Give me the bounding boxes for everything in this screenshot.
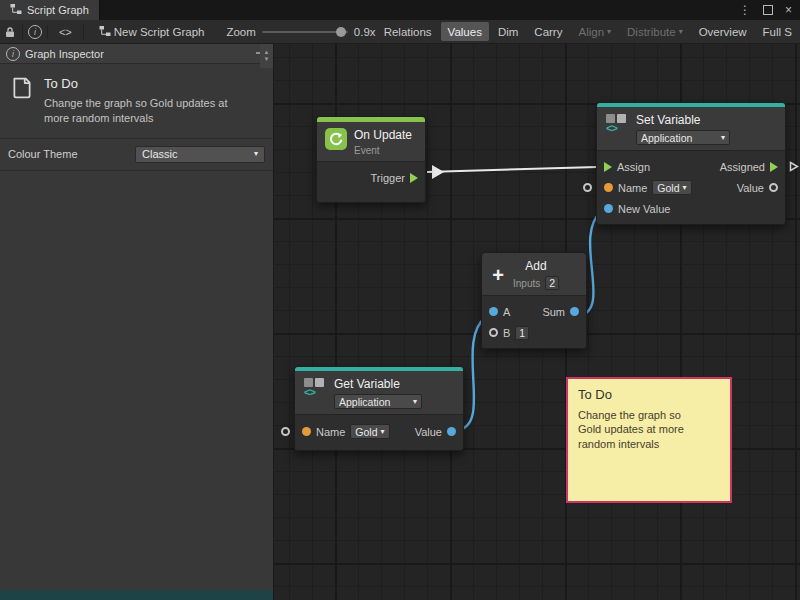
sum-port[interactable]	[570, 307, 579, 316]
colour-theme-row: Colour Theme Classic ▾	[0, 139, 273, 171]
main-area: i Graph Inspector ▲ ▼ To Do Change the g…	[0, 44, 800, 600]
node-get-variable[interactable]: <> Get Variable Application ▾ Name Gold	[294, 366, 464, 451]
sticky-note-text: Change the graph so Gold updates at more…	[578, 408, 720, 451]
colour-theme-dropdown[interactable]: Classic ▾	[135, 146, 265, 163]
dim-button[interactable]: Dim	[491, 22, 525, 41]
todo-section: To Do Change the graph so Gold updates a…	[0, 64, 273, 139]
values-button[interactable]: Values	[441, 22, 489, 41]
info-icon[interactable]: i	[25, 20, 45, 43]
b-port-label: B	[503, 327, 510, 339]
name-dropdown[interactable]: Gold ▾	[652, 180, 691, 195]
inputs-label: Inputs	[513, 278, 540, 289]
sticky-note[interactable]: To Do Change the graph so Gold updates a…	[566, 377, 732, 503]
value-port-label: Value	[737, 182, 764, 194]
node-on-update[interactable]: On Update Event Trigger	[316, 116, 426, 203]
zoom-slider[interactable]	[262, 31, 348, 33]
value-port-label: Value	[415, 426, 442, 438]
fullscreen-button[interactable]: Full S	[756, 22, 799, 41]
inspector-title: Graph Inspector	[25, 48, 104, 60]
chevron-down-icon: ▾	[721, 134, 725, 142]
add-icon: +	[490, 266, 506, 284]
relations-button[interactable]: Relations	[377, 22, 439, 41]
chevron-down-icon: ▾	[254, 150, 258, 158]
variable-scope-dropdown[interactable]: Application ▾	[334, 394, 422, 409]
chevron-down-icon: ▾	[683, 184, 687, 192]
b-value-field[interactable]: 1	[515, 326, 529, 340]
wire-trigger-assign[interactable]	[427, 167, 597, 172]
window-tab-bar: Script Graph ⋮ ×	[0, 0, 800, 20]
node-title: Set Variable	[636, 113, 730, 127]
name-port-label: Name	[618, 182, 647, 194]
a-port-label: A	[503, 306, 510, 318]
name-port[interactable]	[302, 427, 311, 436]
graph-icon	[99, 25, 111, 39]
graph-canvas[interactable]: On Update Event Trigger <>	[274, 44, 800, 600]
new-script-graph-button[interactable]: New Script Graph	[92, 22, 212, 41]
trigger-port-label: Trigger	[371, 172, 405, 184]
node-add[interactable]: + Add Inputs 2 A Sum	[481, 252, 587, 349]
toolbar-separator	[83, 25, 84, 39]
toolbar-right-buttons: Relations Values Dim Carry Align ▾ Distr…	[376, 22, 800, 41]
todo-content: To Do Change the graph so Gold updates a…	[44, 76, 246, 126]
note-icon	[10, 76, 34, 126]
name-edge-port[interactable]	[281, 427, 290, 436]
inspector-header: i Graph Inspector	[0, 44, 273, 64]
trigger-port[interactable]	[410, 173, 418, 183]
colour-theme-value: Classic	[142, 148, 254, 160]
todo-title: To Do	[44, 76, 246, 91]
assigned-edge-port[interactable]	[789, 161, 799, 174]
variable-scope-dropdown[interactable]: Application ▾	[636, 130, 730, 145]
b-port[interactable]	[489, 328, 498, 337]
zoom-slider-handle[interactable]	[336, 27, 346, 37]
chevron-down-icon: ▾	[679, 28, 683, 36]
node-set-variable[interactable]: <> Set Variable Application ▾ Assign Ass…	[596, 102, 786, 225]
toolbar-separator	[22, 25, 23, 39]
wire-arrowhead	[432, 165, 444, 179]
spinner-down-icon: ▼	[264, 56, 270, 63]
tab-script-graph[interactable]: Script Graph	[0, 0, 100, 20]
chevron-down-icon: ▾	[607, 28, 611, 36]
sum-port-label: Sum	[542, 306, 565, 318]
colour-theme-label: Colour Theme	[8, 148, 135, 160]
chevron-down-icon: ▾	[413, 398, 417, 406]
assigned-port-label: Assigned	[720, 161, 765, 173]
code-icon[interactable]: <>	[50, 20, 81, 43]
graph-toolbar: i <> New Script Graph Zoom 0.9x Relation…	[0, 20, 800, 44]
set-variable-icon: <>	[605, 113, 629, 135]
align-button[interactable]: Align ▾	[571, 22, 618, 41]
graph-inspector-panel: i Graph Inspector ▲ ▼ To Do Change the g…	[0, 44, 274, 600]
node-title: Add	[525, 259, 546, 273]
inputs-count-field[interactable]: 2	[545, 276, 559, 290]
assigned-port[interactable]	[770, 162, 778, 172]
maximize-icon[interactable]	[763, 5, 773, 15]
a-port[interactable]	[489, 307, 498, 316]
assign-port-label: Assign	[617, 161, 650, 173]
on-update-icon	[325, 128, 347, 150]
zoom-value: 0.9x	[354, 26, 376, 38]
name-edge-port[interactable]	[583, 183, 592, 192]
carry-button[interactable]: Carry	[527, 22, 569, 41]
tab-label: Script Graph	[27, 4, 89, 16]
name-dropdown[interactable]: Gold ▾	[350, 424, 389, 439]
window-controls: ⋮ ×	[739, 0, 800, 20]
bottom-teal-strip	[0, 590, 273, 600]
name-port-label: Name	[316, 426, 345, 438]
scroll-spinner[interactable]: ▲ ▼	[260, 44, 273, 68]
get-variable-icon: <>	[303, 377, 327, 399]
node-title: Get Variable	[334, 377, 422, 391]
distribute-button[interactable]: Distribute ▾	[620, 22, 690, 41]
zoom-control: Zoom 0.9x	[226, 26, 375, 38]
name-port[interactable]	[604, 183, 613, 192]
assign-port[interactable]	[604, 162, 612, 172]
close-icon[interactable]: ×	[785, 3, 792, 17]
kebab-menu-icon[interactable]: ⋮	[739, 3, 751, 17]
lock-icon[interactable]	[0, 20, 20, 43]
overview-button[interactable]: Overview	[692, 22, 754, 41]
value-port[interactable]	[769, 183, 778, 192]
chevron-down-icon: ▾	[381, 428, 385, 436]
toolbar-separator	[47, 25, 48, 39]
new-script-graph-label: New Script Graph	[114, 26, 205, 38]
spinner-up-icon: ▲	[264, 49, 270, 56]
new-value-port[interactable]	[604, 204, 613, 213]
value-port[interactable]	[447, 427, 456, 436]
